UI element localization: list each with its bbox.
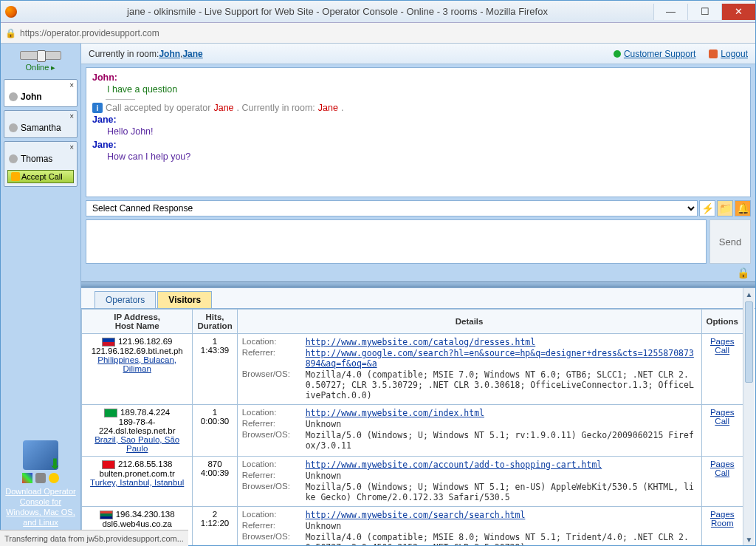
download-icon [23,440,58,470]
close-icon[interactable]: × [69,112,74,120]
close-icon[interactable]: × [69,143,74,151]
flag-icon [100,511,113,519]
chat-transcript[interactable]: John:I have a questioni Call accepted by… [86,67,751,197]
window-close-button[interactable]: ✕ [721,4,755,20]
cell-options: PagesCall [701,405,743,457]
address-bar[interactable]: 🔒 https://operator.providesupport.com [1,23,755,44]
option-link-room[interactable]: Room [707,519,738,528]
send-button[interactable]: Send [709,219,751,264]
room-tab-label: John [4,80,77,106]
message-sender: Jane: [92,140,744,150]
firefox-icon [5,6,17,18]
col-options[interactable]: Options [701,310,743,334]
window-minimize-button[interactable]: — [653,4,687,20]
table-row: 121.96.182.69121.96.182.69.bti.net.phPhi… [82,334,743,405]
region-link[interactable]: Brazil, Sao Paulo, São Paulo [94,435,179,453]
mac-icon [35,473,46,483]
cell-details: Location:http://www.mywebsite.com/catalo… [237,334,701,405]
cell-hits: 11:43:39 [193,334,237,405]
status-slider[interactable] [20,51,61,60]
message-input[interactable] [86,219,707,264]
scroll-up-icon[interactable]: ▲ [743,288,755,300]
option-link-call[interactable]: Call [707,468,738,477]
message-sender: John: [92,72,744,83]
tab-operators[interactable]: Operators [94,291,156,308]
close-icon[interactable]: × [69,81,74,89]
message-sender: Jane: [92,115,744,125]
person-icon [9,123,18,132]
col-hits[interactable]: Hits, Duration [193,310,237,334]
location-link[interactable]: http://www.mywebsite.com/account/add-to-… [306,460,602,470]
operator-status[interactable]: Online ▸ [1,44,80,79]
accept-call-button[interactable]: Accept Call [7,170,74,183]
logout-icon [709,50,718,58]
tab-visitors[interactable]: Visitors [157,291,212,308]
bell-icon [11,172,20,181]
cell-ip: 212.68.55.138bulten.pronet.com.trTurkey,… [82,456,193,506]
visitors-table: IP Address, Host Name Hits, Duration Det… [81,309,743,545]
col-ip[interactable]: IP Address, Host Name [82,310,193,334]
online-dot-icon [614,50,621,58]
status-label: Online ▸ [26,63,56,72]
cell-options: PagesCall [701,456,743,506]
cell-ip: 189.78.4.224189-78-4-224.dsl.telesp.net.… [82,405,193,457]
room-bar: Currently in room: John, Jane Customer S… [81,44,755,64]
option-link-pages[interactable]: Pages [707,460,738,468]
cell-details: Location:http://www.mywebsite.com/accoun… [237,456,701,506]
table-row: 212.68.55.138bulten.pronet.com.trTurkey,… [82,456,743,506]
location-link[interactable]: http://www.mywebsite.com/search/search.h… [306,510,526,520]
region-link[interactable]: Philippines, Bulacan, Diliman [97,355,176,373]
option-link-pages[interactable]: Pages [707,408,738,417]
room-link-john[interactable]: John [159,49,180,59]
flag-icon [104,409,117,417]
room-tab-samantha[interactable]: ×Samantha [4,110,78,138]
canned-response-select[interactable]: Select Canned Response [86,200,698,216]
windows-icon [22,473,32,483]
bell-button[interactable]: 🔔 [735,200,751,216]
option-link-call[interactable]: Call [707,417,738,426]
region-link[interactable]: Turkey, Istanbul, Istanbul [90,478,184,487]
person-icon [9,154,18,163]
bolt-button[interactable]: ⚡ [699,200,715,216]
window-maximize-button[interactable]: ☐ [687,4,721,20]
option-link-pages[interactable]: Pages [707,337,738,346]
flag-icon [102,338,115,347]
folder-button[interactable]: 📁 [717,200,733,216]
vertical-scrollbar[interactable]: ▲ ▼ [743,288,755,545]
padlock-icon[interactable]: 🔒 [737,267,749,279]
col-details[interactable]: Details [237,310,701,334]
download-console[interactable]: Download Operator Console for Windows, M… [1,434,80,545]
cell-options: PagesRoom [701,506,743,545]
referrer-link[interactable]: http://www.google.com/search?hl=en&sourc… [306,348,694,369]
window-titlebar[interactable]: jane - olkinsmile - Live Support for Web… [1,1,755,23]
linux-icon [49,473,59,483]
room-link-jane[interactable]: Jane [182,49,202,59]
room-tab-label: Samantha [4,111,77,137]
flag-icon [102,460,115,469]
room-tab-john[interactable]: ×John [4,79,78,107]
sidebar: Online ▸ ×John×Samantha×ThomasAccept Cal… [1,44,81,545]
table-row: 189.78.4.224189-78-4-224.dsl.telesp.net.… [82,405,743,457]
scroll-down-icon[interactable]: ▼ [743,533,755,545]
customer-support-link[interactable]: Customer Support [614,49,695,59]
location-link[interactable]: http://www.mywebsite.com/index.html [306,408,484,418]
cell-details: Location:http://www.mywebsite.com/search… [237,506,701,545]
option-link-pages[interactable]: Pages [707,510,738,519]
cell-ip: 121.96.182.69121.96.182.69.bti.net.phPhi… [82,334,193,405]
cell-hits: 8704:00:39 [193,456,237,506]
person-icon [9,92,18,101]
scroll-thumb[interactable] [745,301,753,383]
logout-link[interactable]: Logout [709,49,748,59]
message-text: How can I help you? [92,150,744,165]
info-icon: i [92,103,103,113]
room-tab-label: Thomas [4,142,77,168]
option-link-call[interactable]: Call [707,346,738,355]
cell-options: PagesCall [701,334,743,405]
download-link[interactable]: Download Operator Console for Windows, M… [5,487,75,527]
room-tab-thomas[interactable]: ×ThomasAccept Call [4,141,78,187]
horizontal-splitter[interactable] [81,281,755,287]
system-message: i Call accepted by operator Jane. Curren… [92,101,744,115]
browser-statusbar: Transferring data from jw5b.providesuppo… [0,530,188,546]
location-link[interactable]: http://www.mywebsite.com/catalog/dresses… [306,337,536,347]
cell-hits: 21:12:20 [193,506,237,545]
